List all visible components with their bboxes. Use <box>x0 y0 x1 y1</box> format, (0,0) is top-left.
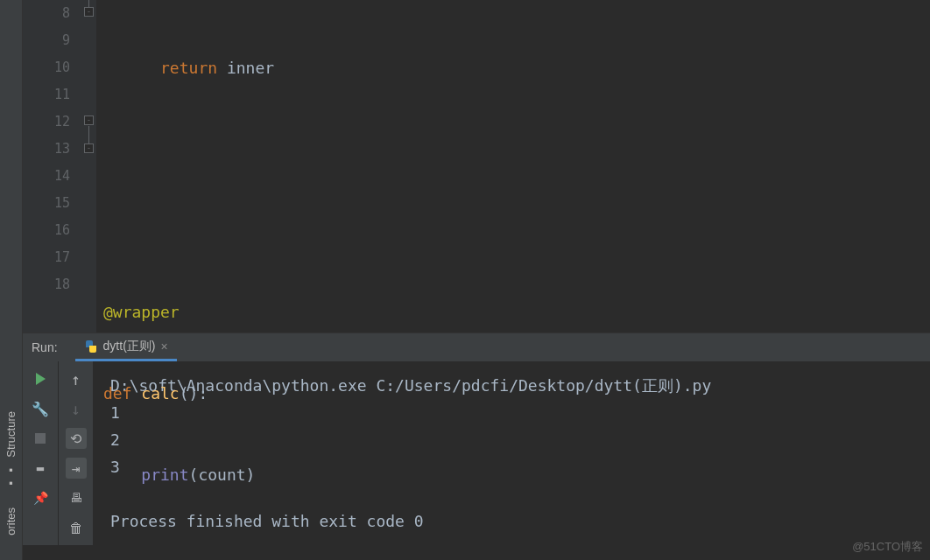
line-number: 16 <box>23 217 70 244</box>
code-editor[interactable]: 8 9 10 11 12 13 14 15 16 17 18 - - - ret… <box>0 0 930 332</box>
fold-end-icon[interactable]: - <box>84 144 94 153</box>
identifier: inner <box>217 59 274 77</box>
arrow-down-icon: ↓ <box>71 400 81 418</box>
down-button[interactable]: ↓ <box>66 398 87 419</box>
run-tab-name: dytt(正则) <box>103 339 156 354</box>
left-tool-sidebar: ▪▪ Structure orites <box>0 0 23 560</box>
close-paren: ) <box>246 466 256 484</box>
code-content[interactable]: return inner @wrapper def calc(): print(… <box>96 0 930 332</box>
structure-tool-button[interactable]: ▪▪ Structure <box>4 411 18 490</box>
python-icon <box>84 340 98 354</box>
print-icon: 🖶 <box>70 491 82 505</box>
line-number: 17 <box>23 244 70 271</box>
identifier: count <box>198 466 245 484</box>
layout-button[interactable]: ▬ <box>30 458 51 479</box>
run-toolbar-left: 🔧 ▬ 📌 <box>23 361 58 545</box>
stop-button[interactable] <box>30 428 51 449</box>
print-button[interactable]: 🖶 <box>66 487 87 508</box>
line-number: 8 <box>23 0 70 27</box>
stop-icon <box>35 433 46 444</box>
run-tab[interactable]: dytt(正则) × <box>75 333 177 361</box>
trash-icon: 🗑 <box>69 520 83 536</box>
pin-icon: 📌 <box>33 491 48 505</box>
line-gutter: 8 9 10 11 12 13 14 15 16 17 18 <box>23 0 82 332</box>
builtin-print: print <box>141 466 188 484</box>
fold-start-icon[interactable]: - <box>84 116 94 125</box>
favorites-tool-button[interactable]: orites <box>4 508 18 536</box>
run-toolbar-right: ↑ ↓ ⟲ ⇥ 🖶 🗑 <box>58 361 93 545</box>
line-number: 10 <box>23 54 70 81</box>
decorator: @wrapper <box>103 303 180 321</box>
open-paren: ( <box>189 466 199 484</box>
line-number: 12 <box>23 108 70 136</box>
layout-icon: ▬ <box>37 461 44 475</box>
line-number: 14 <box>23 163 70 190</box>
run-label: Run: <box>32 340 58 354</box>
arrow-up-icon: ↑ <box>71 370 81 388</box>
pin-button[interactable]: 📌 <box>30 487 51 508</box>
keyword-return: return <box>160 59 217 77</box>
wrench-button[interactable]: 🔧 <box>30 398 51 419</box>
line-number: 18 <box>23 271 70 298</box>
up-button[interactable]: ↑ <box>66 368 87 389</box>
fold-end-icon[interactable]: - <box>84 7 94 17</box>
soft-wrap-button[interactable]: ⟲ <box>66 428 87 449</box>
play-icon <box>36 373 46 385</box>
scroll-icon: ⇥ <box>72 460 81 477</box>
close-icon[interactable]: × <box>160 340 167 354</box>
scroll-end-button[interactable]: ⇥ <box>66 458 87 479</box>
line-number: 11 <box>23 81 70 108</box>
line-number: 13 <box>23 136 70 163</box>
keyword-def: def <box>103 384 141 402</box>
fold-gutter: - - - <box>82 0 96 332</box>
line-number: 9 <box>23 27 70 54</box>
rerun-button[interactable] <box>30 368 51 389</box>
wrap-icon: ⟲ <box>70 430 81 447</box>
line-number: 15 <box>23 190 70 217</box>
trash-button[interactable]: 🗑 <box>66 517 87 538</box>
parentheses: (): <box>180 384 208 402</box>
wrench-icon: 🔧 <box>32 401 49 417</box>
function-name: calc <box>141 384 179 402</box>
watermark: @51CTO博客 <box>852 539 923 555</box>
